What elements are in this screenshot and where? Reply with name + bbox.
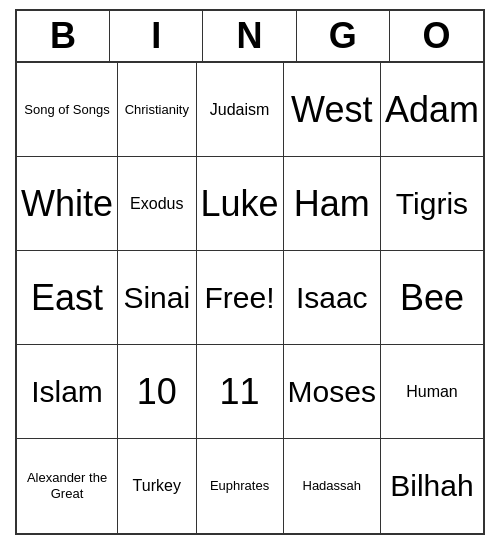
cell-text: Ham [294, 182, 370, 225]
header-letter: O [390, 11, 483, 61]
bingo-cell: Alexander the Great [17, 439, 118, 533]
cell-text: Bilhah [390, 468, 473, 504]
header-letter: N [203, 11, 296, 61]
cell-text: Tigris [396, 186, 468, 222]
cell-text: Free! [205, 280, 275, 316]
bingo-cell: Bilhah [381, 439, 483, 533]
cell-text: 10 [137, 370, 177, 413]
bingo-cell: Hadassah [284, 439, 381, 533]
bingo-cell: West [284, 63, 381, 157]
bingo-cell: Free! [197, 251, 284, 345]
cell-text: Islam [31, 374, 103, 410]
bingo-cell: Tigris [381, 157, 483, 251]
cell-text: Song of Songs [24, 102, 109, 118]
cell-text: Christianity [125, 102, 189, 118]
bingo-cell: Christianity [118, 63, 196, 157]
header-letter: B [17, 11, 110, 61]
cell-text: Judaism [210, 100, 270, 119]
bingo-cell: Adam [381, 63, 483, 157]
bingo-cell: Judaism [197, 63, 284, 157]
bingo-cell: Ham [284, 157, 381, 251]
bingo-cell: Sinai [118, 251, 196, 345]
cell-text: West [291, 88, 372, 131]
bingo-cell: Song of Songs [17, 63, 118, 157]
bingo-cell: Exodus [118, 157, 196, 251]
cell-text: Bee [400, 276, 464, 319]
cell-text: Euphrates [210, 478, 269, 494]
header-letter: G [297, 11, 390, 61]
bingo-card: BINGO Song of SongsChristianityJudaismWe… [15, 9, 485, 535]
bingo-cell: Turkey [118, 439, 196, 533]
bingo-cell: Moses [284, 345, 381, 439]
bingo-cell: Euphrates [197, 439, 284, 533]
cell-text: White [21, 182, 113, 225]
bingo-cell: Islam [17, 345, 118, 439]
bingo-cell: East [17, 251, 118, 345]
bingo-cell: Isaac [284, 251, 381, 345]
bingo-cell: Luke [197, 157, 284, 251]
bingo-cell: 10 [118, 345, 196, 439]
cell-text: East [31, 276, 103, 319]
cell-text: Adam [385, 88, 479, 131]
cell-text: Isaac [296, 280, 368, 316]
bingo-grid: Song of SongsChristianityJudaismWestAdam… [17, 63, 483, 533]
cell-text: Luke [201, 182, 279, 225]
cell-text: Moses [288, 374, 376, 410]
cell-text: 11 [220, 370, 260, 413]
cell-text: Human [406, 382, 458, 401]
bingo-cell: 11 [197, 345, 284, 439]
cell-text: Alexander the Great [21, 470, 113, 501]
cell-text: Turkey [133, 476, 181, 495]
header-letter: I [110, 11, 203, 61]
bingo-cell: Human [381, 345, 483, 439]
bingo-header: BINGO [17, 11, 483, 63]
cell-text: Exodus [130, 194, 183, 213]
cell-text: Sinai [123, 280, 190, 316]
bingo-cell: Bee [381, 251, 483, 345]
cell-text: Hadassah [303, 478, 362, 494]
bingo-cell: White [17, 157, 118, 251]
